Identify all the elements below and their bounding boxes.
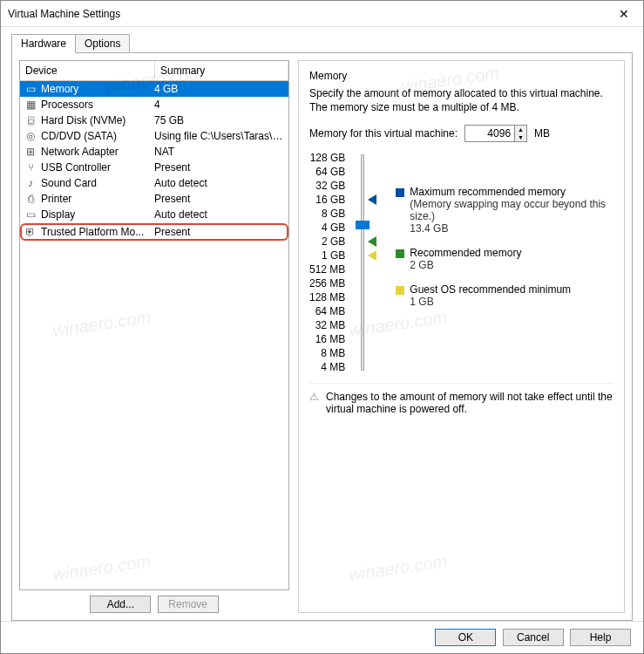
warning-text: Changes to the amount of memory will not… <box>326 391 613 415</box>
help-button[interactable]: Help <box>570 629 631 646</box>
cancel-button[interactable]: Cancel <box>503 629 564 646</box>
device-row[interactable]: ▦Processors4 <box>20 97 288 112</box>
slider-ticks: 128 GB64 GB32 GB16 GB8 GB4 GB2 GB1 GB512… <box>309 151 345 374</box>
max-pointer-icon <box>368 194 376 205</box>
remove-button: Remove <box>158 596 219 613</box>
device-summary: 4 GB <box>154 83 285 95</box>
device-name: Memory <box>41 83 154 95</box>
tick-label: 4 MB <box>309 360 345 374</box>
memory-input[interactable] <box>465 126 514 141</box>
tick-label: 8 MB <box>309 346 345 360</box>
memory-unit: MB <box>534 127 550 140</box>
device-name: Processors <box>41 99 154 111</box>
close-icon[interactable]: ✕ <box>612 5 636 23</box>
tick-label: 128 GB <box>309 151 345 165</box>
slider-thumb[interactable] <box>356 221 369 229</box>
device-icon: ⑂ <box>24 161 37 174</box>
device-summary: 75 GB <box>154 114 285 126</box>
max-swatch-icon <box>396 188 404 197</box>
tick-label: 1 GB <box>309 249 345 262</box>
memory-label: Memory for this virtual machine: <box>309 127 458 140</box>
tick-label: 32 GB <box>309 179 345 193</box>
ok-button[interactable]: OK <box>435 629 496 646</box>
spin-down-icon[interactable]: ▼ <box>515 133 526 141</box>
device-summary: Auto detect <box>154 177 285 189</box>
tick-label: 128 MB <box>309 290 345 304</box>
tab-hardware[interactable]: Hardware <box>11 34 76 53</box>
device-summary: NAT <box>154 146 285 158</box>
legend-max-value: 13.4 GB <box>410 222 613 235</box>
device-icon: ⛨ <box>24 226 37 238</box>
device-row[interactable]: ▭Memory4 GB <box>20 81 288 97</box>
device-icon: ⊞ <box>24 146 37 158</box>
panel-description: Specify the amount of memory allocated t… <box>309 87 613 114</box>
device-row[interactable]: ⌼Hard Disk (NVMe)75 GB <box>20 112 288 128</box>
device-name: USB Controller <box>41 161 154 174</box>
device-name: Hard Disk (NVMe) <box>41 114 154 126</box>
device-summary: Present <box>154 226 285 238</box>
device-list[interactable]: Device Summary ▭Memory4 GB▦Processors4⌼H… <box>19 60 289 590</box>
device-summary: Using file C:\Users\Taras\Do... <box>154 130 285 142</box>
memory-slider[interactable] <box>354 151 378 374</box>
rec-pointer-icon <box>368 236 376 247</box>
tick-label: 512 MB <box>309 262 345 276</box>
device-name: Sound Card <box>41 177 154 189</box>
rec-swatch-icon <box>396 249 404 258</box>
warning-icon: ⚠ <box>309 391 319 415</box>
device-row[interactable]: ⛨Trusted Platform Mo...Present <box>20 223 288 241</box>
tick-label: 32 MB <box>309 318 345 332</box>
tick-label: 4 GB <box>309 221 345 235</box>
device-icon: ▦ <box>24 99 37 111</box>
legend-rec-label: Recommended memory <box>410 247 521 259</box>
device-name: CD/DVD (SATA) <box>41 130 154 142</box>
tick-label: 8 GB <box>309 207 345 221</box>
tick-label: 64 GB <box>309 165 345 179</box>
spin-up-icon[interactable]: ▲ <box>515 126 526 133</box>
add-button[interactable]: Add... <box>90 596 151 613</box>
device-row[interactable]: ◎CD/DVD (SATA)Using file C:\Users\Taras\… <box>20 128 288 144</box>
tick-label: 2 GB <box>309 235 345 249</box>
legend-max-label: Maximum recommended memory <box>410 186 566 198</box>
device-name: Printer <box>41 193 154 205</box>
device-icon: ◎ <box>24 130 37 142</box>
tick-label: 16 GB <box>309 193 345 207</box>
device-summary: Auto detect <box>154 208 285 221</box>
legend-rec-value: 2 GB <box>410 259 613 271</box>
memory-stepper[interactable]: ▲▼ <box>464 125 527 142</box>
tick-label: 256 MB <box>309 276 345 290</box>
device-icon: ♪ <box>24 177 37 189</box>
device-row[interactable]: ⊞Network AdapterNAT <box>20 144 288 160</box>
device-name: Network Adapter <box>41 146 154 158</box>
device-row[interactable]: ▭DisplayAuto detect <box>20 207 288 222</box>
device-row[interactable]: ⎙PrinterPresent <box>20 191 288 207</box>
device-icon: ▭ <box>24 208 37 221</box>
device-name: Display <box>41 208 154 221</box>
device-name: Trusted Platform Mo... <box>41 226 154 238</box>
tick-label: 64 MB <box>309 304 345 318</box>
device-icon: ▭ <box>24 83 37 95</box>
device-icon: ⌼ <box>24 114 37 126</box>
tab-options[interactable]: Options <box>75 34 130 53</box>
panel-title: Memory <box>309 70 613 82</box>
min-pointer-icon <box>368 250 376 261</box>
header-device[interactable]: Device <box>20 61 155 80</box>
device-row[interactable]: ⑂USB ControllerPresent <box>20 160 288 175</box>
legend-min-label: Guest OS recommended minimum <box>410 283 571 296</box>
min-swatch-icon <box>396 286 404 295</box>
tick-label: 16 MB <box>309 332 345 346</box>
device-summary: 4 <box>154 99 285 111</box>
window-title: Virtual Machine Settings <box>8 8 612 20</box>
header-summary[interactable]: Summary <box>155 61 288 80</box>
device-icon: ⎙ <box>24 193 37 205</box>
legend-max-note: (Memory swapping may occur beyond this s… <box>410 198 613 222</box>
legend-min-value: 1 GB <box>410 296 613 308</box>
device-summary: Present <box>154 161 285 174</box>
device-summary: Present <box>154 193 285 205</box>
device-row[interactable]: ♪Sound CardAuto detect <box>20 175 288 191</box>
